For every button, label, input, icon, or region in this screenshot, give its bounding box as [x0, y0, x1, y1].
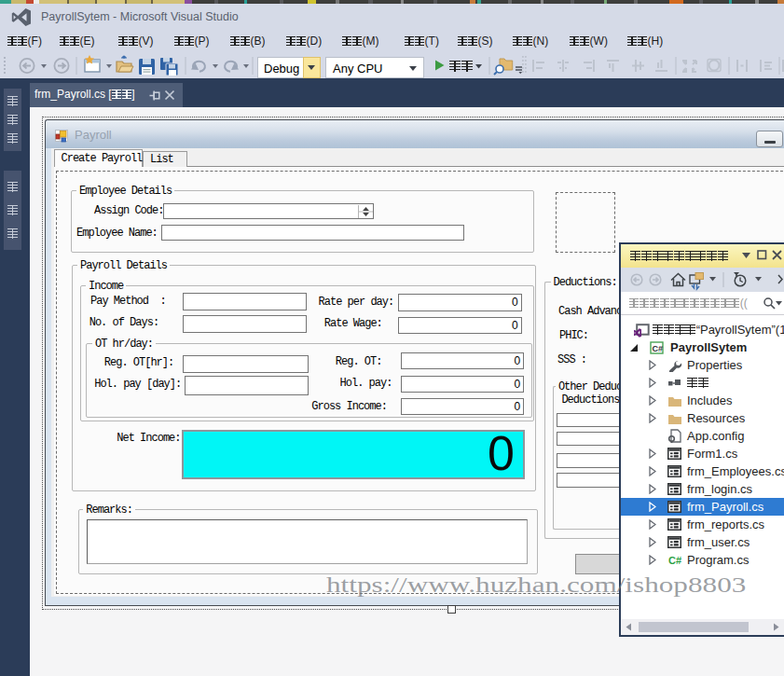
svg-text:C#: C# [668, 555, 681, 566]
svg-text:C#: C# [652, 344, 663, 353]
